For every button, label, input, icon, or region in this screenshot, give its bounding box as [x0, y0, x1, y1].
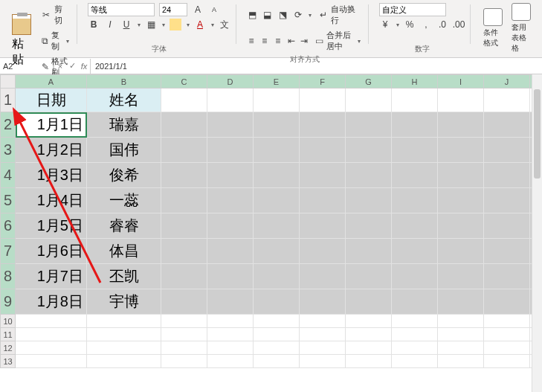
cell[interactable] — [484, 328, 530, 341]
cell[interactable] — [207, 341, 254, 355]
cell[interactable] — [438, 355, 484, 368]
cell[interactable]: 宇博 — [87, 289, 161, 315]
row-header[interactable]: 3 — [1, 138, 16, 163]
cell[interactable] — [254, 188, 300, 213]
row-header[interactable]: 12 — [1, 341, 16, 355]
decrease-font-icon[interactable]: A — [208, 4, 220, 16]
cell[interactable] — [207, 315, 254, 328]
cell[interactable] — [392, 213, 438, 239]
cell[interactable] — [392, 328, 438, 341]
wrap-text-button[interactable]: ↵ 自动换行 — [316, 3, 363, 27]
row-header[interactable]: 5 — [1, 188, 16, 213]
cell[interactable]: 1月6日 — [16, 239, 87, 264]
cell[interactable] — [346, 355, 392, 368]
cell[interactable] — [392, 264, 438, 289]
row-header[interactable]: 6 — [1, 213, 16, 239]
cell[interactable] — [254, 112, 300, 138]
cell[interactable] — [16, 355, 87, 368]
increase-font-icon[interactable]: A — [192, 4, 204, 16]
align-center-icon[interactable]: ≡ — [260, 35, 269, 47]
col-header-F[interactable]: F — [300, 75, 346, 89]
font-color-button[interactable]: A — [194, 19, 206, 30]
select-all-corner[interactable] — [1, 75, 16, 89]
cell[interactable] — [87, 315, 161, 328]
cell[interactable] — [300, 355, 346, 368]
cell[interactable] — [484, 264, 530, 289]
copy-button[interactable]: ⧉ 复制 ▾ — [39, 29, 71, 53]
cell[interactable] — [484, 112, 530, 138]
cell[interactable]: 日期 — [16, 89, 87, 112]
cell[interactable]: 丕凯 — [87, 264, 161, 289]
cell[interactable]: 1月2日 — [16, 138, 87, 163]
cell[interactable] — [161, 188, 207, 213]
conditional-format-button[interactable]: 条件格式 — [481, 8, 505, 48]
col-header-B[interactable]: B — [87, 75, 161, 89]
increase-indent-icon[interactable]: ⇥ — [300, 35, 309, 47]
cell[interactable]: 国伟 — [87, 138, 161, 163]
cut-button[interactable]: ✂ 剪切 — [39, 3, 71, 27]
cell[interactable] — [484, 138, 530, 163]
increase-decimal-icon[interactable]: .0 — [436, 19, 448, 30]
cell[interactable] — [207, 213, 254, 239]
col-header-I[interactable]: I — [438, 75, 484, 89]
cell[interactable]: 1月3日 — [16, 163, 87, 188]
cell[interactable] — [87, 355, 161, 368]
cell[interactable]: 瑞嘉 — [87, 112, 161, 138]
italic-button[interactable]: I — [104, 19, 116, 30]
cell[interactable] — [254, 89, 300, 112]
cell[interactable] — [161, 138, 207, 163]
align-left-icon[interactable]: ≡ — [247, 35, 256, 47]
cell[interactable] — [346, 112, 392, 138]
cell[interactable] — [207, 264, 254, 289]
cell[interactable] — [254, 341, 300, 355]
cell[interactable] — [392, 355, 438, 368]
cell[interactable]: 1月8日 — [16, 289, 87, 315]
cell[interactable] — [161, 289, 207, 315]
vertical-scrollbar[interactable] — [532, 74, 542, 392]
col-header-G[interactable]: G — [346, 75, 392, 89]
cell[interactable] — [161, 163, 207, 188]
cell[interactable] — [300, 213, 346, 239]
row-header[interactable]: 13 — [1, 355, 16, 368]
underline-button[interactable]: U — [120, 19, 132, 30]
cell[interactable] — [438, 328, 484, 341]
col-header-C[interactable]: C — [161, 75, 207, 89]
cell[interactable] — [161, 89, 207, 112]
cell[interactable]: 俊希 — [87, 163, 161, 188]
cell[interactable] — [87, 328, 161, 341]
cell[interactable]: 1月7日 — [16, 264, 87, 289]
cell[interactable] — [254, 315, 300, 328]
cell[interactable] — [346, 239, 392, 264]
cell[interactable] — [254, 355, 300, 368]
col-header-J[interactable]: J — [484, 75, 530, 89]
border-button[interactable]: ▦ — [145, 19, 157, 30]
cell[interactable] — [438, 89, 484, 112]
font-size-input[interactable] — [159, 3, 187, 16]
cell[interactable] — [300, 89, 346, 112]
cell[interactable] — [438, 264, 484, 289]
bold-button[interactable]: B — [88, 19, 100, 30]
cell[interactable] — [392, 289, 438, 315]
cell[interactable] — [207, 138, 254, 163]
cell[interactable] — [484, 239, 530, 264]
cell[interactable] — [300, 112, 346, 138]
row-header[interactable]: 11 — [1, 328, 16, 341]
cell[interactable] — [346, 89, 392, 112]
table-format-button[interactable]: 套用 表格格 — [509, 3, 533, 54]
cell[interactable] — [438, 213, 484, 239]
cell[interactable] — [346, 328, 392, 341]
fx-icon[interactable]: fx — [78, 62, 90, 71]
paste-button[interactable]: 粘贴 — [9, 13, 34, 69]
cell[interactable] — [438, 112, 484, 138]
cell[interactable] — [346, 163, 392, 188]
cell[interactable] — [207, 188, 254, 213]
cell[interactable] — [484, 289, 530, 315]
cell[interactable] — [484, 315, 530, 328]
cell[interactable] — [254, 163, 300, 188]
cell[interactable] — [300, 264, 346, 289]
col-header-D[interactable]: D — [207, 75, 254, 89]
cell[interactable] — [438, 163, 484, 188]
cell[interactable] — [207, 289, 254, 315]
cell[interactable] — [346, 213, 392, 239]
cell[interactable] — [161, 264, 207, 289]
